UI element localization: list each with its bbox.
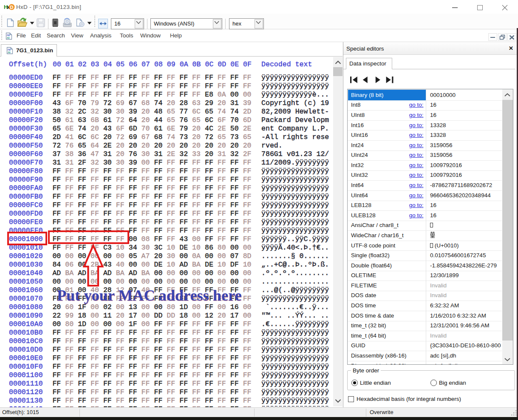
svg-text:D: D: [10, 5, 14, 10]
svg-text:A0: A0: [8, 51, 11, 54]
svg-text:A0: A0: [7, 37, 10, 40]
